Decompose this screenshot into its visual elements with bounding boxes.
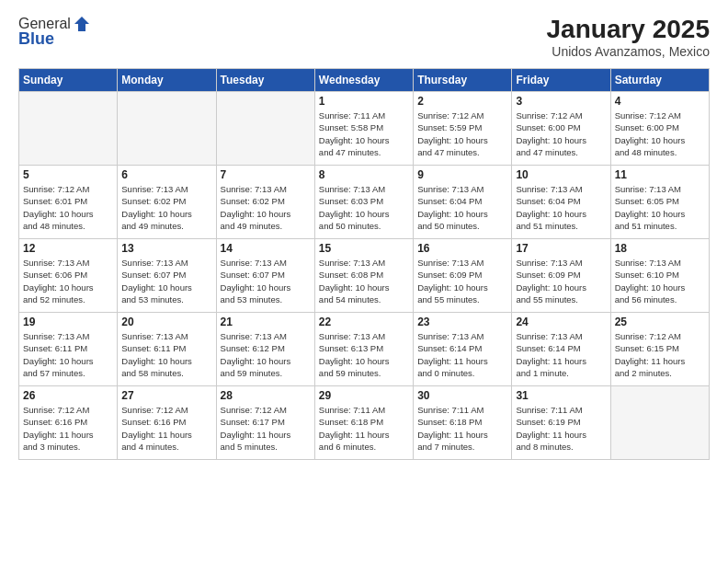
day-info: Sunrise: 7:13 AM Sunset: 6:03 PM Dayligh… xyxy=(319,183,409,232)
calendar-cell: 2Sunrise: 7:12 AM Sunset: 5:59 PM Daylig… xyxy=(414,92,512,166)
day-info: Sunrise: 7:13 AM Sunset: 6:14 PM Dayligh… xyxy=(516,330,606,379)
calendar-week-row: 26Sunrise: 7:12 AM Sunset: 6:16 PM Dayli… xyxy=(19,386,710,460)
weekday-header: Sunday xyxy=(19,69,118,92)
weekday-header: Thursday xyxy=(414,69,512,92)
day-number: 11 xyxy=(615,168,705,181)
calendar-cell: 19Sunrise: 7:13 AM Sunset: 6:11 PM Dayli… xyxy=(19,313,118,386)
calendar-cell: 4Sunrise: 7:12 AM Sunset: 6:00 PM Daylig… xyxy=(610,92,709,166)
calendar-cell xyxy=(19,92,118,166)
calendar-cell: 28Sunrise: 7:12 AM Sunset: 6:17 PM Dayli… xyxy=(216,386,314,460)
weekday-header: Friday xyxy=(512,69,610,92)
calendar-cell: 27Sunrise: 7:12 AM Sunset: 6:16 PM Dayli… xyxy=(118,386,216,460)
calendar-cell: 3Sunrise: 7:12 AM Sunset: 6:00 PM Daylig… xyxy=(512,92,610,166)
day-info: Sunrise: 7:13 AM Sunset: 6:02 PM Dayligh… xyxy=(221,183,311,232)
day-number: 26 xyxy=(23,389,113,402)
weekday-header-row: SundayMondayTuesdayWednesdayThursdayFrid… xyxy=(19,69,710,92)
day-number: 14 xyxy=(221,242,311,255)
day-info: Sunrise: 7:13 AM Sunset: 6:04 PM Dayligh… xyxy=(417,183,507,232)
day-info: Sunrise: 7:12 AM Sunset: 6:00 PM Dayligh… xyxy=(516,109,606,158)
calendar-cell: 14Sunrise: 7:13 AM Sunset: 6:07 PM Dayli… xyxy=(216,239,314,313)
day-number: 10 xyxy=(516,168,606,181)
svg-marker-0 xyxy=(74,17,89,31)
title-block: January 2025 Unidos Avanzamos, Mexico xyxy=(547,15,710,59)
header: General Blue January 2025 Unidos Avanzam… xyxy=(18,15,710,59)
day-number: 8 xyxy=(319,168,409,181)
calendar-cell xyxy=(610,386,709,460)
calendar-cell: 9Sunrise: 7:13 AM Sunset: 6:04 PM Daylig… xyxy=(414,166,512,239)
day-info: Sunrise: 7:13 AM Sunset: 6:12 PM Dayligh… xyxy=(221,330,311,379)
day-info: Sunrise: 7:13 AM Sunset: 6:07 PM Dayligh… xyxy=(121,257,211,305)
day-info: Sunrise: 7:11 AM Sunset: 5:58 PM Dayligh… xyxy=(319,109,409,158)
day-info: Sunrise: 7:11 AM Sunset: 6:18 PM Dayligh… xyxy=(417,404,507,453)
day-info: Sunrise: 7:13 AM Sunset: 6:07 PM Dayligh… xyxy=(221,257,311,305)
day-info: Sunrise: 7:12 AM Sunset: 5:59 PM Dayligh… xyxy=(417,109,507,158)
day-number: 7 xyxy=(221,168,311,181)
day-info: Sunrise: 7:13 AM Sunset: 6:08 PM Dayligh… xyxy=(319,257,409,305)
calendar-cell: 17Sunrise: 7:13 AM Sunset: 6:09 PM Dayli… xyxy=(512,239,610,313)
calendar-cell: 12Sunrise: 7:13 AM Sunset: 6:06 PM Dayli… xyxy=(19,239,118,313)
calendar-cell: 30Sunrise: 7:11 AM Sunset: 6:18 PM Dayli… xyxy=(414,386,512,460)
calendar-week-row: 1Sunrise: 7:11 AM Sunset: 5:58 PM Daylig… xyxy=(19,92,710,166)
day-info: Sunrise: 7:13 AM Sunset: 6:09 PM Dayligh… xyxy=(516,257,606,305)
day-info: Sunrise: 7:11 AM Sunset: 6:18 PM Dayligh… xyxy=(319,404,409,453)
day-info: Sunrise: 7:13 AM Sunset: 6:13 PM Dayligh… xyxy=(319,330,409,379)
day-number: 5 xyxy=(23,168,113,181)
day-number: 4 xyxy=(615,95,705,108)
calendar-cell: 10Sunrise: 7:13 AM Sunset: 6:04 PM Dayli… xyxy=(512,166,610,239)
calendar-cell: 23Sunrise: 7:13 AM Sunset: 6:14 PM Dayli… xyxy=(414,313,512,386)
calendar-cell: 5Sunrise: 7:12 AM Sunset: 6:01 PM Daylig… xyxy=(19,166,118,239)
day-number: 22 xyxy=(319,316,409,328)
calendar-cell: 1Sunrise: 7:11 AM Sunset: 5:58 PM Daylig… xyxy=(314,92,413,166)
calendar-table: SundayMondayTuesdayWednesdayThursdayFrid… xyxy=(18,68,710,460)
day-number: 15 xyxy=(319,242,409,255)
day-number: 9 xyxy=(417,168,507,181)
day-number: 27 xyxy=(121,389,211,402)
day-number: 25 xyxy=(615,316,705,328)
calendar-cell: 13Sunrise: 7:13 AM Sunset: 6:07 PM Dayli… xyxy=(118,239,216,313)
calendar-cell: 18Sunrise: 7:13 AM Sunset: 6:10 PM Dayli… xyxy=(610,239,709,313)
day-number: 13 xyxy=(121,242,211,255)
day-info: Sunrise: 7:13 AM Sunset: 6:09 PM Dayligh… xyxy=(417,257,507,305)
calendar-cell: 31Sunrise: 7:11 AM Sunset: 6:19 PM Dayli… xyxy=(512,386,610,460)
weekday-header: Tuesday xyxy=(216,69,314,92)
calendar-cell xyxy=(118,92,216,166)
day-info: Sunrise: 7:13 AM Sunset: 6:06 PM Dayligh… xyxy=(23,257,113,305)
day-info: Sunrise: 7:13 AM Sunset: 6:14 PM Dayligh… xyxy=(417,330,507,379)
day-number: 19 xyxy=(23,316,113,328)
calendar-cell xyxy=(216,92,314,166)
calendar-cell: 21Sunrise: 7:13 AM Sunset: 6:12 PM Dayli… xyxy=(216,313,314,386)
day-info: Sunrise: 7:12 AM Sunset: 6:17 PM Dayligh… xyxy=(221,404,311,453)
calendar-cell: 26Sunrise: 7:12 AM Sunset: 6:16 PM Dayli… xyxy=(19,386,118,460)
calendar-cell: 29Sunrise: 7:11 AM Sunset: 6:18 PM Dayli… xyxy=(314,386,413,460)
day-number: 23 xyxy=(417,316,507,328)
day-number: 28 xyxy=(221,389,311,402)
day-info: Sunrise: 7:12 AM Sunset: 6:00 PM Dayligh… xyxy=(615,109,705,158)
calendar-cell: 6Sunrise: 7:13 AM Sunset: 6:02 PM Daylig… xyxy=(118,166,216,239)
day-number: 24 xyxy=(516,316,606,328)
day-info: Sunrise: 7:12 AM Sunset: 6:15 PM Dayligh… xyxy=(615,330,705,379)
calendar-cell: 11Sunrise: 7:13 AM Sunset: 6:05 PM Dayli… xyxy=(610,166,709,239)
logo: General Blue xyxy=(18,15,91,49)
day-info: Sunrise: 7:12 AM Sunset: 6:01 PM Dayligh… xyxy=(23,183,113,232)
day-info: Sunrise: 7:13 AM Sunset: 6:11 PM Dayligh… xyxy=(121,330,211,379)
weekday-header: Saturday xyxy=(610,69,709,92)
day-info: Sunrise: 7:13 AM Sunset: 6:11 PM Dayligh… xyxy=(23,330,113,379)
day-number: 31 xyxy=(516,389,606,402)
day-number: 12 xyxy=(23,242,113,255)
page: General Blue January 2025 Unidos Avanzam… xyxy=(0,0,728,563)
day-number: 18 xyxy=(615,242,705,255)
day-number: 29 xyxy=(319,389,409,402)
calendar-cell: 20Sunrise: 7:13 AM Sunset: 6:11 PM Dayli… xyxy=(118,313,216,386)
location: Unidos Avanzamos, Mexico xyxy=(547,44,710,59)
day-number: 3 xyxy=(516,95,606,108)
day-number: 21 xyxy=(221,316,311,328)
day-info: Sunrise: 7:12 AM Sunset: 6:16 PM Dayligh… xyxy=(121,404,211,453)
day-info: Sunrise: 7:13 AM Sunset: 6:04 PM Dayligh… xyxy=(516,183,606,232)
calendar-cell: 25Sunrise: 7:12 AM Sunset: 6:15 PM Dayli… xyxy=(610,313,709,386)
calendar-cell: 15Sunrise: 7:13 AM Sunset: 6:08 PM Dayli… xyxy=(314,239,413,313)
weekday-header: Monday xyxy=(118,69,216,92)
day-info: Sunrise: 7:13 AM Sunset: 6:10 PM Dayligh… xyxy=(615,257,705,305)
day-number: 20 xyxy=(121,316,211,328)
calendar-cell: 22Sunrise: 7:13 AM Sunset: 6:13 PM Dayli… xyxy=(314,313,413,386)
day-info: Sunrise: 7:11 AM Sunset: 6:19 PM Dayligh… xyxy=(516,404,606,453)
